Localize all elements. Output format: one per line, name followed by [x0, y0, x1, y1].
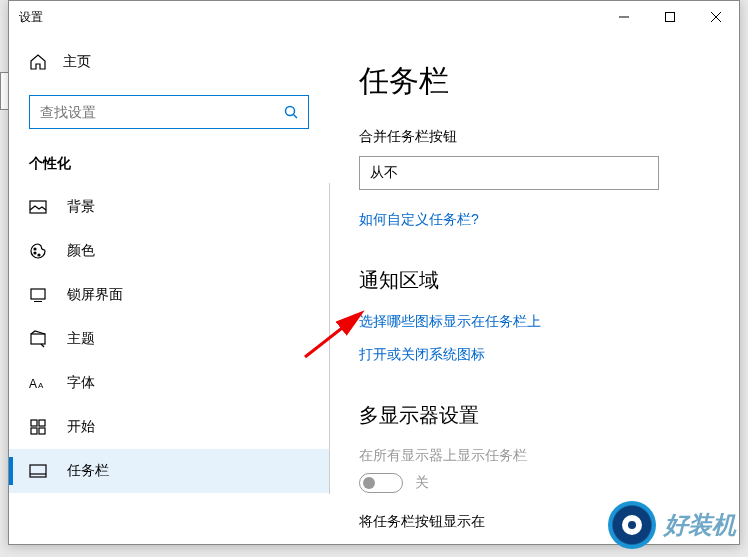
combine-value: 从不	[370, 164, 398, 182]
window-title: 设置	[19, 9, 601, 26]
svg-point-9	[38, 254, 40, 256]
system-icons-link[interactable]: 打开或关闭系统图标	[359, 346, 485, 364]
svg-text:A: A	[29, 377, 37, 391]
svg-rect-15	[31, 420, 37, 426]
theme-icon	[29, 330, 47, 348]
svg-rect-17	[31, 428, 37, 434]
page-title: 任务栏	[359, 61, 709, 102]
sidebar-item-lockscreen[interactable]: 锁屏界面	[9, 273, 329, 317]
notification-heading: 通知区域	[359, 267, 709, 294]
sidebar-section-title: 个性化	[9, 149, 329, 185]
search-icon	[284, 105, 298, 119]
font-icon: AA	[29, 374, 47, 392]
svg-rect-1	[666, 13, 675, 22]
sidebar-item-start[interactable]: 开始	[9, 405, 329, 449]
start-icon	[29, 418, 47, 436]
lockscreen-icon	[29, 286, 47, 304]
toggle-knob	[363, 477, 375, 489]
svg-point-4	[286, 107, 295, 116]
select-icons-link[interactable]: 选择哪些图标显示在任务栏上	[359, 313, 541, 331]
search-field[interactable]	[40, 104, 284, 120]
sidebar-item-label: 字体	[67, 374, 95, 392]
sidebar-item-colors[interactable]: 颜色	[9, 229, 329, 273]
palette-icon	[29, 242, 47, 260]
watermark-text: 好装机	[664, 509, 736, 541]
sidebar-item-label: 任务栏	[67, 462, 109, 480]
maximize-button[interactable]	[647, 1, 693, 33]
svg-rect-19	[30, 465, 46, 477]
svg-line-5	[294, 115, 298, 119]
multi-toggle-row: 关	[359, 473, 709, 493]
search-wrap	[29, 95, 309, 129]
svg-rect-11	[34, 301, 42, 302]
watermark: 好装机	[608, 501, 736, 549]
settings-window: 设置 主页	[8, 0, 740, 545]
customize-link[interactable]: 如何自定义任务栏?	[359, 211, 479, 229]
sidebar-item-label: 主题	[67, 330, 95, 348]
sidebar-item-label: 颜色	[67, 242, 95, 260]
sidebar-item-label: 背景	[67, 198, 95, 216]
sidebar-item-label: 锁屏界面	[67, 286, 123, 304]
svg-rect-12	[31, 334, 45, 344]
window-body: 主页 个性化 背景	[9, 33, 739, 544]
svg-rect-10	[31, 289, 45, 299]
combine-label: 合并任务栏按钮	[359, 128, 709, 146]
home-icon	[29, 53, 47, 71]
sidebar-item-themes[interactable]: 主题	[9, 317, 329, 361]
home-label: 主页	[63, 53, 91, 71]
main-content: 任务栏 合并任务栏按钮 从不 如何自定义任务栏? 通知区域 选择哪些图标显示在任…	[329, 33, 739, 544]
picture-icon	[29, 198, 47, 216]
home-button[interactable]: 主页	[9, 43, 329, 81]
toggle-state: 关	[415, 474, 429, 492]
multi-toggle[interactable]	[359, 473, 403, 493]
taskbar-icon	[29, 462, 47, 480]
combine-select[interactable]: 从不	[359, 156, 659, 190]
minimize-button[interactable]	[601, 1, 647, 33]
svg-point-8	[34, 252, 36, 254]
svg-rect-18	[39, 428, 45, 434]
background-tab-edge	[0, 72, 8, 110]
window-controls	[601, 1, 739, 33]
watermark-icon	[608, 501, 656, 549]
multi-show-label: 在所有显示器上显示任务栏	[359, 447, 709, 465]
svg-rect-6	[30, 201, 46, 213]
sidebar-item-taskbar[interactable]: 任务栏	[9, 449, 329, 493]
svg-point-7	[34, 248, 36, 250]
sidebar-item-label: 开始	[67, 418, 95, 436]
sidebar: 主页 个性化 背景	[9, 33, 329, 544]
search-input[interactable]	[29, 95, 309, 129]
close-button[interactable]	[693, 1, 739, 33]
svg-text:A: A	[38, 381, 44, 390]
svg-rect-16	[39, 420, 45, 426]
sidebar-item-background[interactable]: 背景	[9, 185, 329, 229]
multi-heading: 多显示器设置	[359, 402, 709, 429]
sidebar-item-fonts[interactable]: AA 字体	[9, 361, 329, 405]
titlebar: 设置	[9, 1, 739, 33]
